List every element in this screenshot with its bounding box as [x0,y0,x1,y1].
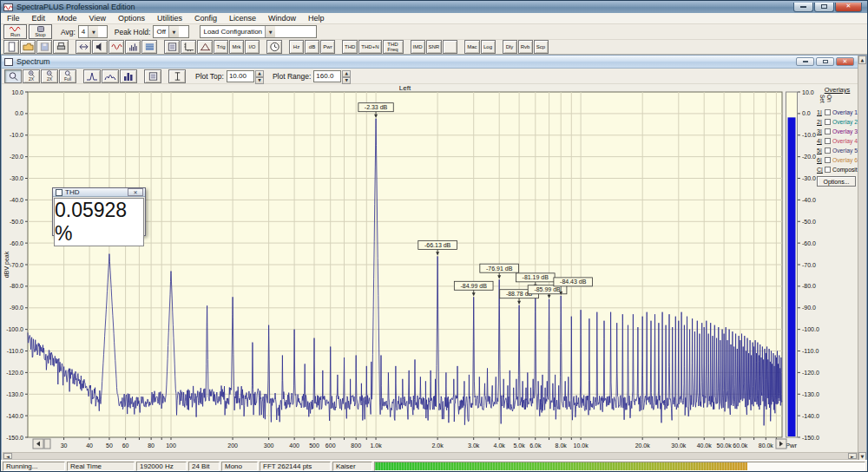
display-options-button[interactable] [164,40,180,54]
zoom-in-2x-button[interactable]: 2X [23,69,40,83]
x-tick-label: 6.0k [529,442,542,449]
avg-select[interactable]: 4 ▼ [78,25,108,38]
menu-item-utilities[interactable]: Utilities [151,14,188,23]
pwr-units-button[interactable]: Pwr [320,40,335,54]
menu-item-window[interactable]: Window [262,14,302,23]
plot-range-input[interactable] [313,70,341,82]
zoom-out-2x-button[interactable]: 2X [41,69,58,83]
zoom-cursor-button[interactable] [4,69,22,83]
menu-item-edit[interactable]: Edit [26,14,52,23]
menu-item-view[interactable]: View [83,14,112,23]
thd-freq-button[interactable]: THD Freq [383,40,404,54]
menu-item-config[interactable]: Config [188,14,223,23]
y-tick-label-right: -20.0 [802,154,816,160]
line-plot-button[interactable] [83,69,101,83]
overlays-title: Overlays [817,86,858,94]
overlay-checkbox[interactable] [825,109,831,115]
peak-hold-select[interactable]: Off ▼ [153,25,189,38]
db-units-button[interactable]: dB [305,40,319,54]
timer-button[interactable] [266,40,282,54]
overlay-set-button[interactable]: C| [817,167,825,173]
open-file-button[interactable] [20,40,36,54]
y-tick-label-right: -120.0 [802,370,819,376]
log-button[interactable]: Log [481,40,496,54]
menu-item-help[interactable]: Help [302,14,331,23]
zoom-full-button[interactable]: Full [59,69,76,83]
minimize-button[interactable] [793,3,813,12]
run-button[interactable]: Run [3,24,27,39]
overlays-set-header: Set [819,95,825,108]
plot-options-button[interactable] [144,69,161,83]
smooth-plot-button[interactable] [102,69,119,83]
trigger-button[interactable]: Trig [214,40,228,54]
macro-button[interactable]: Mac [464,40,479,54]
menu-item-file[interactable]: File [1,14,26,23]
overlay-checkbox[interactable] [825,128,831,134]
overlays-options-button[interactable]: Options... [817,176,856,187]
menu-item-mode[interactable]: Mode [51,14,83,23]
spectrum-close-button[interactable]: ✕ [836,57,854,66]
maximize-button[interactable] [814,3,834,12]
io-button[interactable]: I/O [245,40,260,54]
smooth-plot-icon [104,71,116,82]
overlay-set-button[interactable]: 2| [817,119,825,125]
menu-item-options[interactable]: Options [112,14,151,23]
thd-n-button[interactable]: THD+N [358,40,381,54]
spin-up-icon: ▲ [342,70,351,77]
vertical-scrollbar[interactable]: ▲ ▼ [858,56,866,461]
overlay-checkbox[interactable] [825,119,831,125]
overlay-set-button[interactable]: 6| [817,157,825,163]
plot-range-spinner[interactable]: ▲▼ [342,70,351,82]
overlays-panel: Overlays Set On 1|Overlay 12|Overlay 23|… [817,86,858,187]
spectrogram-button[interactable] [141,40,157,54]
leq-button[interactable] [443,40,457,54]
load-configuration-select[interactable]: Load Configuration ▼ [200,25,317,38]
delay-button[interactable]: Dly [503,40,517,54]
time-series-button[interactable] [108,40,124,54]
thd-close-button[interactable]: ✕ [128,188,143,196]
y-tick-label: -30.0 [10,175,23,181]
spectrum-minimize-button[interactable] [796,57,814,66]
overlay-checkbox[interactable] [825,167,831,173]
save-button[interactable] [36,40,52,54]
close-button[interactable]: ✕ [835,3,862,12]
scaling-button[interactable] [181,40,196,54]
spectrum-button[interactable] [125,40,141,54]
scroll-up-button[interactable]: ▲ [858,56,866,64]
plot-top-spinner[interactable]: ▲▼ [255,70,264,82]
marker-tool-button[interactable] [168,69,186,83]
imd-button[interactable]: IMD [411,40,425,54]
overlay-checkbox[interactable] [825,157,831,163]
overlay-set-button[interactable]: 4| [817,138,825,144]
reverb-button[interactable]: Rvb [518,40,533,54]
scroll-left-button[interactable]: ◄ [3,453,12,459]
overlay-set-button[interactable]: 5| [817,148,825,154]
overlay-checkbox[interactable] [825,138,831,144]
markers-button[interactable]: Mrk [229,40,244,54]
print-button[interactable] [53,40,69,54]
overlay-set-button[interactable]: 3| [817,128,825,134]
thd-window[interactable]: THD ✕ 0.05928 % [52,187,146,236]
spectrum-restore-button[interactable] [816,57,834,66]
audio-device-button[interactable] [92,40,108,54]
hz-units-button[interactable]: Hz [289,40,304,54]
new-file-button[interactable] [3,40,19,54]
y-tick-label-right: -40.0 [802,197,816,203]
snr-button[interactable]: SNR [426,40,443,54]
peak-marker-button[interactable] [197,40,213,54]
menu-item-license[interactable]: License [223,14,262,23]
loop-playback-button[interactable] [76,40,91,54]
y-tick-label: -90.0 [10,305,23,311]
overlay-set-button[interactable]: 1| [817,109,825,115]
overlay-row: 1|Overlay 1 [817,108,858,117]
thd-button[interactable]: THD [342,40,358,54]
scope-button[interactable]: Scp [534,40,549,54]
overlay-checkbox[interactable] [825,148,831,154]
scroll-right-button[interactable]: ► [848,453,857,459]
stop-button[interactable]: Stop [29,24,52,39]
peak-hold-label: Peak Hold: [115,28,151,36]
horizontal-scrollbar[interactable]: ◄ ► [3,452,858,460]
bar-plot-button[interactable] [120,69,137,83]
plot-top-input[interactable] [227,70,254,82]
peak-label-text: -84.43 dB [560,279,587,285]
